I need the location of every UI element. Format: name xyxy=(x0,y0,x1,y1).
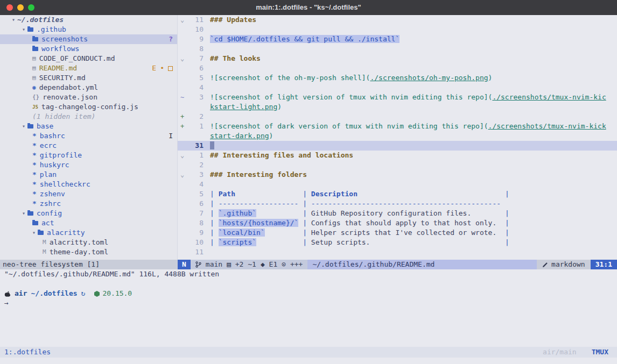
editor-line[interactable]: 9`cd $HOME/.dotfiles && git pull && ./in… xyxy=(178,34,617,44)
code-segment: | xyxy=(210,209,219,217)
editor-line[interactable]: 6 xyxy=(178,63,617,73)
line-number: 7 xyxy=(190,209,204,218)
file-label: README.md xyxy=(39,63,77,73)
code-segment: `scripts` xyxy=(219,238,256,246)
editor-line[interactable]: +2 xyxy=(178,112,617,122)
editor-line[interactable]: 11 xyxy=(178,247,617,257)
tree-item-workflows[interactable]: workflows xyxy=(0,44,177,54)
tree-item-gitprofile[interactable]: *gitprofile xyxy=(0,151,177,160)
editor-line[interactable]: 10 xyxy=(178,25,617,34)
editor-line[interactable]: 5| Path | Description | xyxy=(178,189,617,199)
editor-line[interactable]: 4 xyxy=(178,180,617,189)
editor-line[interactable]: 4 xyxy=(178,83,617,92)
editor-line[interactable]: ~3![screenshot of light version of tmux … xyxy=(178,92,617,102)
tree-item-theme-day-toml[interactable]: Mtheme-day.toml xyxy=(0,247,177,257)
hidden-items-note: (1 hidden item) xyxy=(32,112,95,122)
tree-item-screenshots[interactable]: screenshots? xyxy=(0,34,177,44)
tree-item-huskyrc[interactable]: *huskyrc xyxy=(0,160,177,170)
editor-line[interactable]: ⌄3### Interesting folders xyxy=(178,170,617,180)
tree-item-renovate-json[interactable]: {}renovate.json xyxy=(0,92,177,102)
editor-line[interactable]: 8 xyxy=(178,44,617,54)
code-segment: Description xyxy=(311,190,357,198)
editor-line[interactable]: 6| ------------------- | ---------------… xyxy=(178,199,617,209)
code-segment: `.github` xyxy=(219,209,256,217)
git-hunks: ⊙ +++ xyxy=(282,260,303,269)
editor-line[interactable]: 9| `local/bin` | Helper scripts that I'v… xyxy=(178,228,617,238)
code-segment: `cd $HOME/.dotfiles && git pull && ./ins… xyxy=(210,35,399,43)
editor-line[interactable]: 31 xyxy=(178,141,617,151)
editor-line[interactable]: 8| `hosts/{hostname}/` | Configs that sh… xyxy=(178,218,617,228)
tree-item-act[interactable]: act xyxy=(0,218,177,228)
minimize-button[interactable] xyxy=(17,4,24,11)
cwd-path: ~/.dotfiles xyxy=(31,289,77,298)
tree-item-dotfiles[interactable]: ▾~/.dotfiles xyxy=(0,15,177,25)
line-text: kstart-light.png) xyxy=(210,102,282,112)
editor-line[interactable]: 10| `scripts` | Setup scripts. | xyxy=(178,238,617,247)
tree-item-base[interactable]: ▾base xyxy=(0,122,177,131)
code-segment: | xyxy=(210,190,219,198)
dotfile-icon: * xyxy=(32,141,37,151)
status-badge: ? xyxy=(169,34,173,44)
tree-item-zshenv[interactable]: *zshenv xyxy=(0,189,177,199)
tree-item-dependabot-yml[interactable]: ◉dependabot.yml xyxy=(0,83,177,92)
code-segment: | xyxy=(303,219,311,227)
tree-item-security-md[interactable]: ▤SECURITY.md xyxy=(0,73,177,83)
status-badge: E xyxy=(152,63,156,73)
mode-indicator: N xyxy=(178,260,191,269)
git-add-sign: + xyxy=(178,122,190,131)
traffic-lights xyxy=(6,4,34,11)
folder-icon xyxy=(38,231,44,235)
tree-item-bashrc[interactable]: *bashrcI xyxy=(0,131,177,141)
tree-item-zshrc[interactable]: *zshrc xyxy=(0,199,177,209)
close-button[interactable] xyxy=(6,4,13,11)
tmux-window-tab[interactable]: 1:.dotfiles xyxy=(4,347,51,357)
gutter-mark xyxy=(178,34,190,44)
row-badges: ? xyxy=(169,34,173,44)
line-number: 8 xyxy=(190,218,204,228)
editor-line[interactable]: start-dark.png) xyxy=(178,131,617,141)
editor-line[interactable]: ⌄7## The looks xyxy=(178,54,617,63)
editor-line[interactable]: 2 xyxy=(178,160,617,170)
code-segment: ### Interesting folders xyxy=(210,170,307,179)
tree-item-github[interactable]: ▾.github xyxy=(0,25,177,34)
editor-buffer[interactable]: ⌄11### Updates109`cd $HOME/.dotfiles && … xyxy=(178,15,617,260)
line-text: | `scripts` | Setup scripts. | xyxy=(210,238,509,247)
file-label: gitprofile xyxy=(40,151,82,160)
dotfile-icon: * xyxy=(32,189,37,199)
line-number: 6 xyxy=(190,63,204,73)
editor-line[interactable]: ⌄11### Updates xyxy=(178,15,617,25)
shell-pane[interactable]: air ~/.dotfiles ↻ 20.15.0 → xyxy=(0,289,617,308)
gutter-mark xyxy=(178,25,190,34)
code-segment xyxy=(471,209,505,217)
editor-line[interactable]: +1![screenshot of dark version of tmux w… xyxy=(178,122,617,131)
tree-item-alacritty[interactable]: ▾alacritty xyxy=(0,228,177,238)
tree-item-plan[interactable]: *plan xyxy=(0,170,177,180)
gutter-mark xyxy=(178,160,190,170)
file-label: CODE_OF_CONDUCT.md xyxy=(39,54,115,63)
tree-item-tag-changelog-config-js[interactable]: JStag-changelog-config.js xyxy=(0,102,177,112)
code-segment: ![screenshot of dark version of tmux wit… xyxy=(210,122,488,130)
tree-item-readme-md[interactable]: ▤README.mdE• xyxy=(0,63,177,73)
node-version: 20.15.0 xyxy=(102,289,132,298)
line-number: 4 xyxy=(190,83,204,92)
tree-item-shellcheckrc[interactable]: *shellcheckrc xyxy=(0,180,177,189)
tmux-session-name: air/main xyxy=(543,347,577,357)
gutter-mark xyxy=(178,209,190,218)
statusline: neo-tree filesystem [1] N main ▤ +2 ~1 ◆… xyxy=(0,260,617,269)
line-number: 8 xyxy=(190,44,204,54)
neo-tree-sidebar: ▾~/.dotfiles▾.githubscreenshots?workflow… xyxy=(0,15,178,260)
tree-item-1-hidden-item[interactable]: (1 hidden item) xyxy=(0,112,177,122)
filetype-label: markdown xyxy=(551,260,585,269)
tree-item-code-of-conduct-md[interactable]: ▤CODE_OF_CONDUCT.md xyxy=(0,54,177,63)
tree-item-config[interactable]: ▾config xyxy=(0,209,177,218)
zoom-button[interactable] xyxy=(28,4,34,11)
tree-item-alacritty-toml[interactable]: Malacritty.toml xyxy=(0,238,177,247)
line-number: 5 xyxy=(190,73,204,83)
folder-icon xyxy=(32,37,38,41)
editor-line[interactable]: 7| `.github` | GitHub Repository configu… xyxy=(178,209,617,218)
tree-item-ecrc[interactable]: *ecrc xyxy=(0,141,177,151)
editor-line[interactable]: 5![screenshot of the oh-my-posh shell](.… xyxy=(178,73,617,83)
editor-line[interactable]: ⌄1## Interesting files and locations xyxy=(178,151,617,160)
code-segment xyxy=(370,238,504,246)
editor-line[interactable]: kstart-light.png) xyxy=(178,102,617,112)
